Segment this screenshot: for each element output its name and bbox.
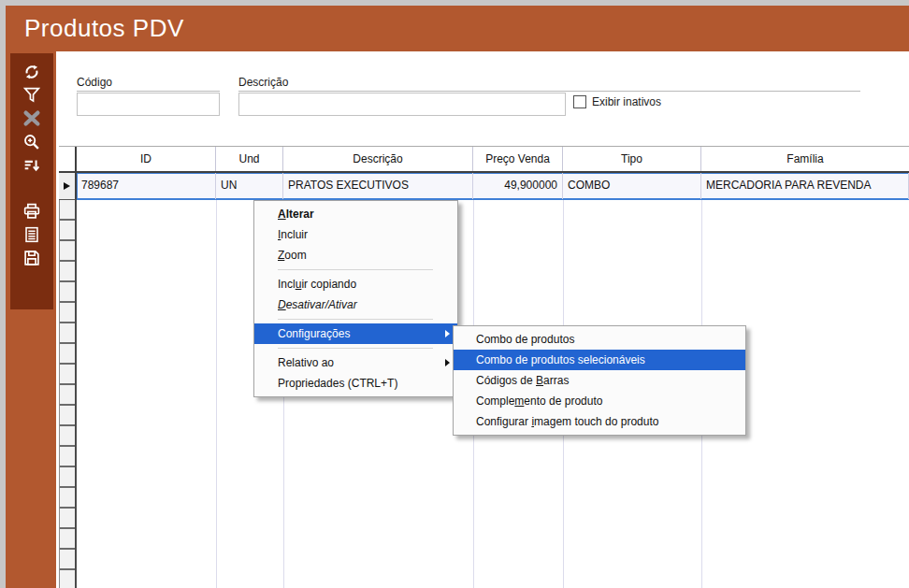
grid-vline [216,200,217,588]
report-button[interactable] [20,222,44,246]
sort-descending-icon [22,155,42,176]
column-header-und[interactable]: Und [216,147,283,171]
current-row-marker-icon [64,182,70,190]
cell-preco-venda: 49,900000 [473,173,563,199]
submenu-item-combo-selecionaveis[interactable]: Combo de produtos selecionáveis [454,350,745,370]
menu-item-relativo-ao[interactable]: Relativo ao [254,352,457,373]
menu-item-incluir[interactable]: Incluir [254,224,457,245]
save-button[interactable] [20,246,44,269]
exibir-inativos-label: Exibir inativos [592,95,661,108]
codigo-field-group: Código [77,76,220,116]
menu-separator [278,269,433,270]
row-selector-strip [59,200,77,588]
filter-icon [22,85,42,106]
submenu-arrow-icon [445,330,450,337]
filter-button[interactable] [20,83,44,107]
clear-filter-button[interactable] [20,107,44,130]
menu-item-configuracoes[interactable]: Configurações [254,323,457,344]
print-icon [22,201,42,222]
report-icon [22,224,42,245]
codigo-input[interactable] [77,93,220,116]
submenu-arrow-icon [445,359,450,366]
content-panel: Código Descrição Exibir inativos ID Und … [56,51,909,588]
cell-id: 789687 [77,173,216,199]
exibir-inativos-checkbox[interactable] [573,95,586,108]
cell-familia: MERCADORIA PARA REVENDA [701,173,909,199]
grid-selector-header [59,147,77,171]
cell-und: UN [216,173,283,199]
menu-separator [278,348,433,349]
column-header-preco-venda[interactable]: Preço Venda [473,147,563,171]
codigo-label: Código [77,76,220,92]
menu-item-propriedades[interactable]: Propriedades (CTRL+T) [254,373,457,394]
exibir-inativos-group: Exibir inativos [573,95,661,108]
clear-filter-icon [22,108,42,129]
column-header-tipo[interactable]: Tipo [563,147,701,171]
column-header-descricao[interactable]: Descrição [283,147,473,171]
submenu-item-configurar-imagem-touch[interactable]: Configurar imagem touch do produto [454,411,745,432]
cell-tipo: COMBO [563,173,701,199]
titlebar: Produtos PDV [6,6,909,51]
menu-item-zoom[interactable]: Zoom [254,245,457,265]
refresh-icon [22,62,42,82]
refresh-button[interactable] [20,60,44,83]
configuracoes-submenu: Combo de produtos Combo de produtos sele… [453,325,746,436]
menu-item-desativar-ativar[interactable]: Desativar/Ativar [254,294,457,315]
zoom-button[interactable] [20,130,44,153]
column-header-familia[interactable]: Família [701,147,909,171]
current-row-selector-cell[interactable] [59,173,77,200]
table-row[interactable]: 789687 UN PRATOS EXECUTIVOS 49,900000 CO… [59,173,909,200]
submenu-item-codigos-de-barras[interactable]: Códigos de Barras [454,370,745,391]
sort-button[interactable] [20,153,44,177]
descricao-field-group: Descrição [238,76,860,116]
cell-descricao: PRATOS EXECUTIVOS [283,173,473,199]
row-cells: 789687 UN PRATOS EXECUTIVOS 49,900000 CO… [77,173,909,200]
menu-separator [278,319,433,320]
page-title: Produtos PDV [24,14,184,43]
print-button[interactable] [20,199,44,222]
zoom-icon [22,132,42,152]
save-icon [22,248,42,268]
grid-header-row: ID Und Descrição Preço Venda Tipo Famíli… [59,146,909,173]
context-menu: Alterar Incluir Zoom Incluir copiando De… [253,200,458,397]
descricao-label: Descrição [238,76,860,92]
column-header-id[interactable]: ID [77,147,216,171]
menu-item-incluir-copiando[interactable]: Incluir copiando [254,274,457,294]
descricao-input[interactable] [238,93,566,116]
submenu-item-complemento-de-produto[interactable]: Complemento de produto [454,391,745,411]
side-toolbar [10,53,53,309]
menu-item-alterar[interactable]: Alterar [254,204,457,224]
submenu-item-combo-de-produtos[interactable]: Combo de produtos [454,329,745,350]
